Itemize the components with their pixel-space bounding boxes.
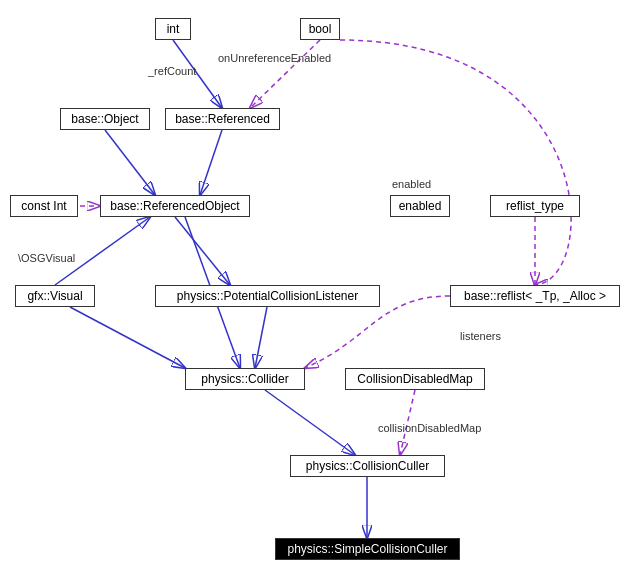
- node-base-referenced-object: base::ReferencedObject: [100, 195, 250, 217]
- svg-line-5: [200, 130, 222, 195]
- label-listeners: listeners: [460, 330, 501, 342]
- label-enabled: enabled: [392, 178, 431, 190]
- label-osgvisual: \OSGVisual: [18, 252, 75, 264]
- diagram-container: int bool base::Object base::Referenced c…: [0, 0, 627, 579]
- svg-line-4: [105, 130, 155, 195]
- svg-line-10: [70, 307, 185, 368]
- label-on-unreference: onUnreferenceEnabled: [218, 52, 331, 64]
- node-bool: bool: [300, 18, 340, 40]
- svg-line-3: [250, 40, 320, 108]
- node-physics-collision-culler: physics::CollisionCuller: [290, 455, 445, 477]
- svg-line-13: [265, 390, 355, 455]
- label-collision-disabled-map: collisionDisabledMap: [378, 422, 481, 434]
- node-physics-simple-collision-culler: physics::SimpleCollisionCuller: [275, 538, 460, 560]
- node-potential-collision-listener: physics::PotentialCollisionListener: [155, 285, 380, 307]
- svg-line-11: [255, 307, 267, 368]
- svg-line-7: [55, 217, 150, 285]
- node-base-reflist: base::reflist< _Tp, _Alloc >: [450, 285, 620, 307]
- node-collision-disabled-map: CollisionDisabledMap: [345, 368, 485, 390]
- node-enabled: enabled: [390, 195, 450, 217]
- node-base-referenced: base::Referenced: [165, 108, 280, 130]
- node-const-int: const Int: [10, 195, 78, 217]
- node-gfx-visual: gfx::Visual: [15, 285, 95, 307]
- node-int: int: [155, 18, 191, 40]
- node-base-object: base::Object: [60, 108, 150, 130]
- svg-line-8: [175, 217, 230, 285]
- node-physics-collider: physics::Collider: [185, 368, 305, 390]
- node-reflist-type: reflist_type: [490, 195, 580, 217]
- label-refcount: _refCount: [148, 65, 196, 77]
